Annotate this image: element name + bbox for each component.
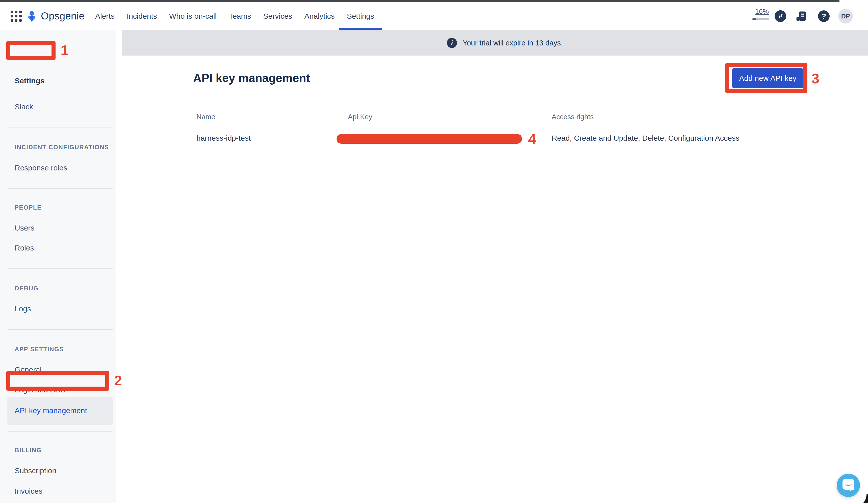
section-people: PEOPLE [15,204,42,212]
nav-incidents[interactable]: Incidents [127,2,157,30]
sidebar-divider [8,329,113,330]
sidebar-divider [8,127,113,128]
sidebar-divider [8,431,113,432]
compass-icon[interactable] [775,10,786,22]
sidebar-item-users[interactable]: Users [15,223,34,233]
sidebar-item-api-key-management[interactable]: API key management [15,406,87,415]
nav-alerts[interactable]: Alerts [95,2,115,30]
nav-settings[interactable]: Settings [347,2,374,30]
user-avatar[interactable]: DP [838,9,853,23]
sidebar-item-roles[interactable]: Roles [15,243,34,253]
section-debug: DEBUG [15,284,39,292]
opsgenie-logo[interactable]: Opsgenie [26,2,85,30]
sidebar-item-login-and-sso[interactable]: Login and SSO [15,385,66,395]
section-app-settings: APP SETTINGS [15,345,64,353]
settings-sidebar: Settings Slack INCIDENT CONFIGURATIONS R… [0,30,121,503]
api-key-name-cell: harness-idp-test [196,134,251,142]
sidebar-item-subscription[interactable]: Subscription [15,466,56,476]
column-header-access-rights: Access rights [552,113,594,121]
section-incident-configurations: INCIDENT CONFIGURATIONS [15,143,109,151]
nav-analytics[interactable]: Analytics [304,2,335,30]
column-header-api-key: Api Key [348,113,372,121]
opsgenie-settings-page: Opsgenie Alerts Incidents Who is on-call… [0,0,868,503]
info-icon: i [447,38,457,48]
nav-who-is-on-call[interactable]: Who is on-call [169,2,217,30]
window-edge-artifact [0,0,839,2]
add-new-api-key-button[interactable]: Add new API key [732,68,803,89]
trial-progress-bar [752,18,769,20]
opsgenie-person-icon [26,10,37,23]
annotation-number-2: 2 [114,372,122,389]
primary-nav: Alerts Incidents Who is on-call Teams Se… [95,2,374,30]
sidebar-divider [8,268,113,269]
help-icon[interactable]: ? [818,10,830,22]
question-glyph: ? [822,12,826,20]
annotation-number-1: 1 [61,42,69,58]
avatar-initials: DP [841,13,850,20]
sidebar-item-general[interactable]: General [15,365,42,375]
app-switcher-icon[interactable] [11,11,22,22]
top-nav: Opsgenie Alerts Incidents Who is on-call… [0,2,868,30]
info-glyph: i [451,39,453,47]
trial-percent-label: 16% [752,8,772,16]
chat-bubble-tail [850,488,853,491]
product-name: Opsgenie [41,10,85,22]
sidebar-item-invoices[interactable]: Invoices [15,486,42,496]
nav-services[interactable]: Services [264,2,292,30]
table-header-divider [193,124,798,124]
sidebar-item-logs[interactable]: Logs [15,304,31,314]
nav-teams[interactable]: Teams [229,2,251,30]
sidebar-item-slack[interactable]: Slack [15,102,33,112]
trial-progress[interactable]: 16% [752,8,772,20]
sidebar-item-response-roles[interactable]: Response roles [15,163,67,173]
sidebar-scrollbar[interactable] [116,30,121,503]
annotation-number-4: 4 [528,131,536,147]
chat-widget-button[interactable] [837,474,860,497]
annotation-number-3: 3 [812,70,819,86]
sidebar-item-settings[interactable]: Settings [15,76,44,86]
section-billing: BILLING [15,446,42,454]
page-title: API key management [193,71,310,85]
trial-banner: i Your trial will expire in 13 days. [122,30,868,55]
trial-banner-text: Your trial will expire in 13 days. [463,39,563,47]
column-header-name: Name [196,113,215,121]
window-corner-artifact [854,494,868,503]
api-key-redaction-bar [337,134,522,144]
sidebar-divider [8,188,113,189]
release-notes-icon[interactable] [795,10,807,22]
access-rights-cell: Read, Create and Update, Delete, Configu… [552,134,740,142]
chat-bubble-icon [843,479,854,490]
